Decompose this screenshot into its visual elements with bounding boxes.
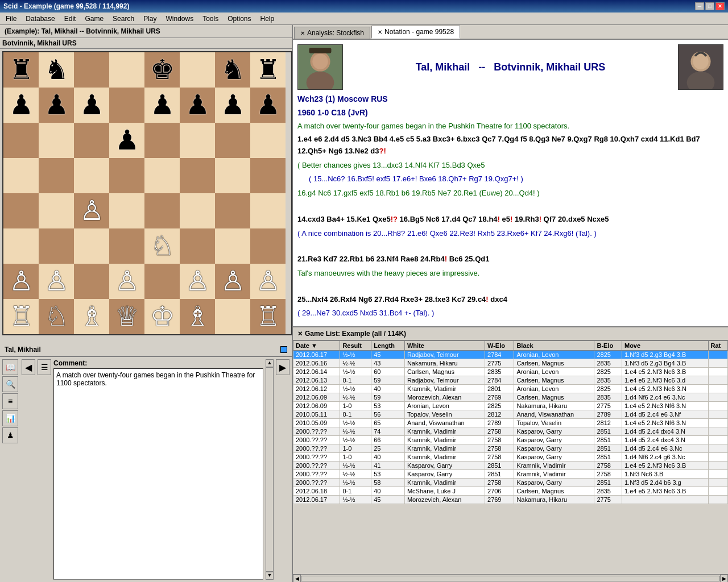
col-length[interactable]: Length [371,341,405,351]
comment-scrollbar[interactable]: ▲ ▼ [266,359,274,580]
col-black[interactable]: Black [514,341,594,351]
col-move[interactable]: Move [622,341,708,351]
square-h2[interactable]: ♙ [250,264,286,299]
square-d7[interactable] [109,88,144,123]
square-b2[interactable]: ♙ [39,264,74,299]
square-h3[interactable] [250,228,286,264]
square-h6[interactable] [250,123,286,158]
square-c2[interactable] [74,264,109,299]
square-e1[interactable]: ♔ [144,299,180,334]
square-c3[interactable] [74,228,109,264]
square-d8[interactable] [109,52,144,88]
square-c4[interactable]: ♙ [74,193,109,228]
table-row[interactable]: 2012.06.130-159Radjabov, Teimour2784Carl… [293,376,728,385]
menu-edit[interactable]: Edit [60,14,81,24]
table-row[interactable]: 2012.06.17½-½45Morozevich, Alexan2769Nak… [293,496,728,504]
square-e3[interactable]: ♘ [144,228,180,264]
square-b8[interactable]: ♞ [39,52,74,88]
square-c5[interactable] [74,158,109,193]
square-f2[interactable]: ♙ [180,264,215,299]
square-f4[interactable] [180,193,215,228]
square-h4[interactable] [250,193,286,228]
square-d6[interactable]: ♟ [109,123,144,158]
square-a4[interactable] [3,193,39,228]
square-b7[interactable]: ♟ [39,88,74,123]
close-button[interactable]: ✕ [715,2,725,10]
maximize-button[interactable]: □ [705,2,714,10]
square-g5[interactable] [215,158,250,193]
square-f3[interactable] [180,228,215,264]
col-belo[interactable]: B-Elo [594,341,622,351]
minimize-button[interactable]: ─ [695,2,704,10]
menu-database[interactable]: Database [21,14,59,24]
square-b4[interactable] [39,193,74,228]
square-h5[interactable] [250,158,286,193]
square-a2[interactable]: ♙ [3,264,39,299]
game-table-scroll[interactable]: Date ▼ Result Length White W-Elo Black B… [293,340,728,574]
menu-search[interactable]: Search [108,14,139,24]
square-g1[interactable] [215,299,250,334]
square-d3[interactable] [109,228,144,264]
square-c6[interactable] [74,123,109,158]
square-f1[interactable]: ♗ [180,299,215,334]
col-white[interactable]: White [404,341,485,351]
tab-analysis[interactable]: ✕ Analysis: Stockfish [294,27,370,39]
table-row[interactable]: 2012.06.180-140McShane, Luke J2706Carlse… [293,487,728,496]
square-e4[interactable] [144,193,180,228]
square-f5[interactable] [180,158,215,193]
table-row[interactable]: 2000.??.??½-½41Kasparov, Garry2851Kramni… [293,462,728,470]
board-icon[interactable]: ♟ [2,427,18,443]
menu-options[interactable]: Options [223,14,255,24]
list-icon[interactable]: ≡ [2,393,18,409]
col-welo[interactable]: W-Elo [485,341,514,351]
square-h1[interactable]: ♖ [250,299,286,334]
menu-help[interactable]: Help [256,14,279,24]
table-row[interactable]: 2010.05.110-156Topalov, Veselin2812Anand… [293,410,728,419]
square-c7[interactable]: ♟ [74,88,109,123]
table-row[interactable]: 2010.05.09½-½65Anand, Viswanathan2789Top… [293,419,728,427]
horizontal-scrollbar[interactable]: ◀ ▶ [293,574,728,582]
table-row[interactable]: 2000.??.??½-½66Kramnik, Vladimir2758Kasp… [293,436,728,444]
square-g8[interactable]: ♞ [215,52,250,88]
table-row[interactable]: 2012.06.091-053Aronian, Levon2825Nakamur… [293,402,728,410]
square-a8[interactable]: ♜ [3,52,39,88]
square-h8[interactable]: ♜ [250,52,286,88]
square-g6[interactable] [215,123,250,158]
chart-icon[interactable]: 📊 [2,410,18,426]
zoom-icon[interactable]: 🔍 [2,376,18,392]
square-c1[interactable]: ♗ [74,299,109,334]
square-e8[interactable]: ♚ [144,52,180,88]
prev-move-button[interactable]: ◀ [22,359,35,375]
square-f7[interactable]: ♟ [180,88,215,123]
table-row[interactable]: 2000.??.??½-½74Kramnik, Vladimir2758Kasp… [293,427,728,436]
square-b6[interactable] [39,123,74,158]
tab-close-analysis[interactable]: ✕ [300,30,305,36]
square-e7[interactable]: ♟ [144,88,180,123]
chess-board[interactable]: ♜ ♞ ♚ ♞ ♜ ♟ ♟ ♟ ♟ ♟ ♟ ♟ [2,51,292,341]
table-row[interactable]: 2012.06.12½-½40Kramnik, Vladimir2801Aron… [293,385,728,393]
scroll-up[interactable]: ▲ [266,359,274,367]
square-a3[interactable] [3,228,39,264]
col-date[interactable]: Date ▼ [293,341,340,351]
square-a6[interactable] [3,123,39,158]
col-result[interactable]: Result [340,341,371,351]
menu-windows[interactable]: Windows [161,14,198,24]
scroll-left[interactable]: ◀ [293,575,301,583]
game-list-close[interactable]: ✕ [297,330,303,338]
square-a1[interactable]: ♖ [3,299,39,334]
square-d4[interactable] [109,193,144,228]
table-row[interactable]: 2000.??.??½-½53Kasparov, Garry2851Kramni… [293,470,728,479]
table-row[interactable]: 2012.06.14½-½60Carlsen, Magnus2835Aronia… [293,368,728,376]
square-d2[interactable]: ♙ [109,264,144,299]
square-e6[interactable] [144,123,180,158]
menu-file[interactable]: File [1,14,21,24]
menu-game[interactable]: Game [80,14,108,24]
square-g2[interactable]: ♙ [215,264,250,299]
square-b5[interactable] [39,158,74,193]
tab-notation[interactable]: ✕ Notation - game 99528 [371,26,460,39]
square-e5[interactable] [144,158,180,193]
square-e2[interactable] [144,264,180,299]
square-b1[interactable]: ♘ [39,299,74,334]
square-d5[interactable] [109,158,144,193]
square-d1[interactable]: ♕ [109,299,144,334]
